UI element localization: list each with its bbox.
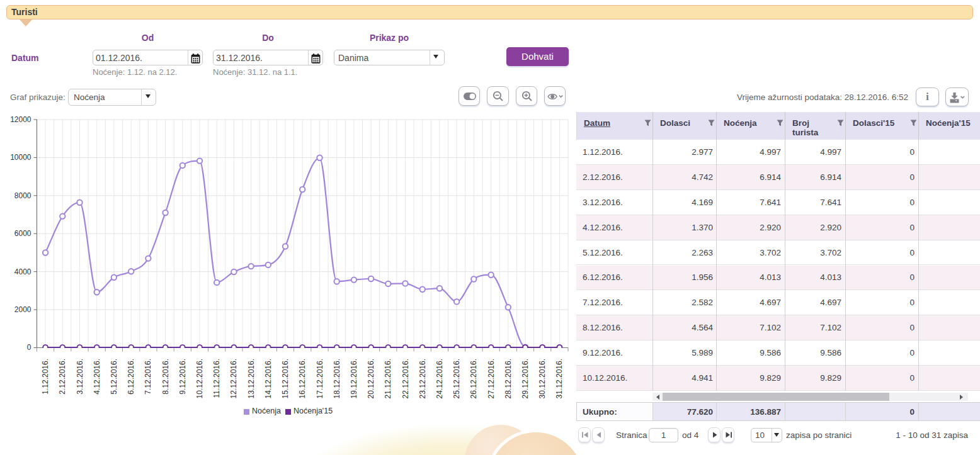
svg-text:27.12.2016.: 27.12.2016. (487, 359, 496, 398)
svg-text:16.12.2016.: 16.12.2016. (298, 359, 307, 398)
svg-text:30.12.2016.: 30.12.2016. (538, 359, 547, 398)
svg-text:10.12.2016.: 10.12.2016. (195, 359, 204, 398)
svg-text:25.12.2016.: 25.12.2016. (452, 359, 461, 398)
svg-text:20.12.2016.: 20.12.2016. (367, 359, 375, 398)
svg-text:21.12.2016.: 21.12.2016. (384, 359, 392, 398)
svg-text:12.12.2016.: 12.12.2016. (229, 359, 238, 398)
svg-text:4000: 4000 (14, 267, 31, 276)
svg-text:8000: 8000 (14, 191, 31, 200)
svg-text:15.12.2016.: 15.12.2016. (281, 359, 290, 398)
svg-text:6.12.2016.: 6.12.2016. (127, 359, 135, 395)
svg-text:11.12.2016.: 11.12.2016. (212, 359, 221, 398)
svg-text:1.12.2016.: 1.12.2016. (41, 359, 50, 395)
svg-text:18.12.2016.: 18.12.2016. (333, 359, 341, 398)
svg-text:0: 0 (27, 343, 31, 352)
svg-text:12000: 12000 (10, 115, 31, 124)
svg-text:29.12.2016.: 29.12.2016. (521, 359, 530, 398)
svg-text:5.12.2016.: 5.12.2016. (110, 359, 118, 395)
svg-text:7.12.2016.: 7.12.2016. (144, 359, 152, 395)
svg-text:3.12.2016.: 3.12.2016. (76, 359, 84, 395)
svg-text:9.12.2016.: 9.12.2016. (178, 359, 187, 395)
svg-text:6000: 6000 (14, 229, 31, 238)
svg-text:4.12.2016.: 4.12.2016. (93, 359, 101, 395)
svg-text:19.12.2016.: 19.12.2016. (350, 359, 358, 398)
svg-text:17.12.2016.: 17.12.2016. (316, 359, 324, 398)
svg-text:13.12.2016.: 13.12.2016. (247, 359, 256, 398)
svg-text:23.12.2016.: 23.12.2016. (418, 359, 427, 398)
svg-text:2000: 2000 (14, 305, 31, 314)
svg-text:24.12.2016.: 24.12.2016. (435, 359, 444, 398)
svg-text:22.12.2016.: 22.12.2016. (401, 359, 410, 398)
svg-text:14.12.2016.: 14.12.2016. (264, 359, 273, 398)
svg-text:28.12.2016.: 28.12.2016. (504, 359, 513, 398)
svg-text:10000: 10000 (10, 153, 31, 162)
svg-text:8.12.2016.: 8.12.2016. (161, 359, 170, 395)
svg-text:2.12.2016.: 2.12.2016. (58, 359, 67, 395)
svg-text:26.12.2016.: 26.12.2016. (469, 359, 478, 398)
svg-text:31.12.2016.: 31.12.2016. (555, 359, 564, 398)
